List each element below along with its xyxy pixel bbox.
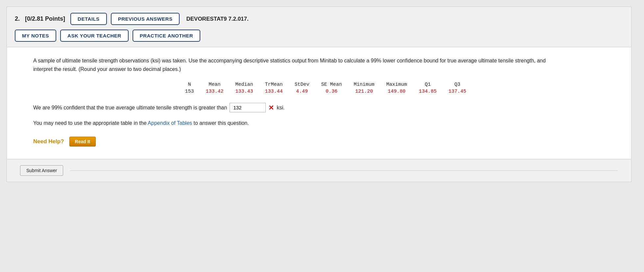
error-icon: ✕ <box>268 104 274 112</box>
val-n: 153 <box>179 88 200 95</box>
stats-data-row: 153 133.42 133.43 133.44 4.49 0.36 121.2… <box>179 88 472 95</box>
answer-row: We are 99% confident that the true avera… <box>33 103 618 112</box>
ask-teacher-button[interactable]: ASK YOUR TEACHER <box>60 30 129 42</box>
val-q3: 137.45 <box>443 88 472 95</box>
val-median: 133.43 <box>229 88 259 95</box>
val-mean: 133.42 <box>200 88 229 95</box>
col-stdev: StDev <box>288 81 315 88</box>
col-n: N <box>179 81 200 88</box>
col-maximum: Maximum <box>381 81 413 88</box>
val-stdev: 4.49 <box>288 88 315 95</box>
val-semean: 0.36 <box>315 88 348 95</box>
header-row-1: 2. [0/2.81 Points] DETAILS PREVIOUS ANSW… <box>7 7 631 28</box>
my-notes-button[interactable]: MY NOTES <box>15 30 56 42</box>
answer-prefix: We are 99% confident that the true avera… <box>33 105 227 111</box>
practice-another-button[interactable]: PRACTICE ANOTHER <box>133 30 200 42</box>
submit-answer-button[interactable]: Submit Answer <box>20 165 63 176</box>
question-number: 2. <box>15 15 20 22</box>
footer-divider <box>70 170 618 171</box>
read-it-button[interactable]: Read It <box>69 137 96 147</box>
content-area: A sample of ultimate tensile strength ob… <box>7 47 631 159</box>
stats-table: N Mean Median TrMean StDev SE Mean Minim… <box>179 81 472 95</box>
need-help-label: Need Help? <box>33 138 64 145</box>
footer-area: Submit Answer <box>7 159 631 182</box>
val-q1: 134.85 <box>413 88 443 95</box>
need-help-row: Need Help? Read It <box>33 137 618 147</box>
appendix-suffix: to answer this question. <box>193 120 249 126</box>
val-trmean: 133.44 <box>259 88 288 95</box>
answer-suffix: ksi. <box>277 105 285 111</box>
col-median: Median <box>229 81 259 88</box>
appendix-row: You may need to use the appropriate tabl… <box>33 119 618 127</box>
val-minimum: 121.20 <box>348 88 381 95</box>
col-mean: Mean <box>200 81 229 88</box>
appendix-link[interactable]: Appendix of Tables <box>148 120 192 126</box>
header-row-2: MY NOTES ASK YOUR TEACHER PRACTICE ANOTH… <box>7 28 631 47</box>
col-semean: SE Mean <box>315 81 348 88</box>
previous-answers-button[interactable]: PREVIOUS ANSWERS <box>111 13 180 25</box>
problem-reference: DEVORESTAT9 7.2.017. <box>186 16 248 22</box>
stats-header-row: N Mean Median TrMean StDev SE Mean Minim… <box>179 81 472 88</box>
answer-input[interactable] <box>230 103 266 112</box>
appendix-prefix: You may need to use the appropriate tabl… <box>33 120 147 126</box>
details-button[interactable]: DETAILS <box>70 13 107 25</box>
val-maximum: 149.80 <box>381 88 413 95</box>
col-trmean: TrMean <box>259 81 288 88</box>
points-label: [0/2.81 Points] <box>25 15 65 22</box>
col-q3: Q3 <box>443 81 472 88</box>
main-container: 2. [0/2.81 Points] DETAILS PREVIOUS ANSW… <box>7 7 632 182</box>
problem-text: A sample of ultimate tensile strength ob… <box>33 57 559 73</box>
col-minimum: Minimum <box>348 81 381 88</box>
col-q1: Q1 <box>413 81 443 88</box>
